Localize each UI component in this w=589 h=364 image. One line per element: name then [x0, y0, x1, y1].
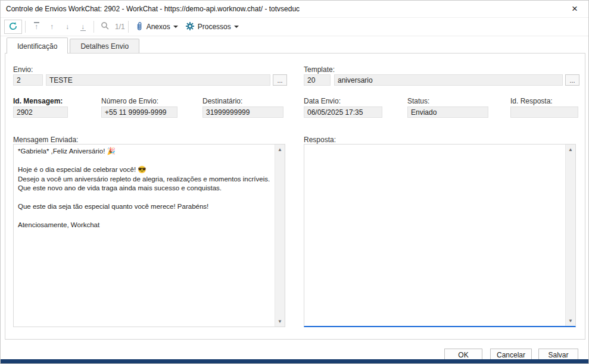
destinatario-field[interactable]: 31999999999 — [202, 106, 283, 118]
title-bar: Controle de Envios WorkChat: 2902 - Work… — [1, 1, 588, 17]
arrow-down-to-bar-icon: ↓ — [79, 22, 87, 32]
refresh-button[interactable] — [4, 20, 22, 34]
toolbar-separator — [25, 21, 26, 33]
envio-id-field[interactable]: 2 — [13, 74, 43, 86]
processos-label: Processos — [198, 23, 231, 31]
id-resposta-label: Id. Resposta: — [510, 97, 553, 105]
resposta-scrollbar[interactable]: ▲ ▼ — [565, 145, 575, 326]
template-browse-button[interactable]: ... — [565, 74, 579, 86]
tab-detalhes-envio[interactable]: Detalhes Envio — [70, 39, 139, 53]
bottom-accent-strip — [1, 359, 588, 363]
gear-icon — [185, 21, 195, 33]
go-last-button[interactable]: ↓ — [75, 20, 91, 34]
arrow-down-icon: ↓ — [64, 22, 71, 32]
chevron-down-icon — [234, 26, 239, 28]
numero-envio-label: Número de Envio: — [101, 97, 158, 105]
envio-browse-button[interactable]: ... — [273, 74, 287, 86]
page-indicator: 1/1 — [115, 23, 125, 31]
tab-identificacao[interactable]: Identificação — [7, 37, 68, 54]
go-first-button[interactable]: ↑ — [29, 20, 44, 34]
template-label: Template: — [304, 65, 335, 74]
tab-strip: Identificação Detalhes Envio — [7, 37, 141, 53]
numero-envio-field[interactable]: +55 11 99999-9999 — [101, 106, 177, 118]
destinatario-label: Destinatário: — [202, 97, 242, 105]
template-name-field[interactable]: aniversario — [334, 74, 563, 86]
mensagem-enviada-textarea[interactable]: *Gabriela* ,Feliz Aniversário! 🎉 Hoje é … — [13, 144, 285, 327]
magnifier-icon — [101, 21, 110, 32]
go-previous-button[interactable]: ↑ — [44, 20, 60, 34]
zoom-button[interactable] — [97, 20, 113, 34]
template-id-field[interactable]: 20 — [304, 74, 331, 86]
status-field[interactable]: Enviado — [407, 106, 488, 118]
status-label: Status: — [407, 97, 429, 105]
id-resposta-field[interactable] — [510, 106, 578, 118]
paperclip-icon — [135, 21, 144, 33]
arrow-up-icon: ↑ — [48, 22, 56, 32]
id-mensagem-field[interactable]: 2902 — [13, 106, 68, 118]
chevron-down-icon — [173, 26, 178, 28]
resposta-label: Resposta: — [304, 136, 336, 144]
close-icon[interactable]: × — [561, 1, 588, 17]
go-next-button[interactable]: ↓ — [60, 20, 75, 34]
data-envio-label: Data Envio: — [304, 97, 341, 105]
scroll-up-icon[interactable]: ▲ — [566, 145, 576, 155]
envio-label: Envio: — [13, 65, 33, 74]
identificacao-panel: Envio: 2 TESTE ... Template: 20 aniversa… — [5, 53, 585, 340]
scroll-down-icon[interactable]: ▼ — [275, 316, 285, 327]
mensagem-enviada-label: Mensagem Enviada: — [13, 136, 78, 144]
resposta-text — [304, 145, 565, 326]
processos-dropdown-button[interactable]: Processos — [182, 20, 242, 34]
id-mensagem-label: Id. Mensagem: — [13, 97, 63, 105]
envio-name-field[interactable]: TESTE — [46, 74, 270, 86]
anexos-label: Anexos — [147, 23, 170, 31]
scroll-down-icon[interactable]: ▼ — [566, 316, 576, 326]
mensagem-enviada-text: *Gabriela* ,Feliz Aniversário! 🎉 Hoje é … — [14, 145, 275, 327]
data-envio-field[interactable]: 06/05/2025 17:35 — [304, 106, 382, 118]
toolbar-separator — [128, 21, 129, 33]
resposta-textarea[interactable]: ▲ ▼ — [304, 144, 576, 327]
toolbar-separator — [94, 21, 94, 33]
scroll-up-icon[interactable]: ▲ — [275, 145, 285, 155]
workchat-dialog-window: { "window": { "title": "Controle de Envi… — [0, 0, 589, 364]
mensagem-scrollbar[interactable]: ▲ ▼ — [275, 145, 285, 327]
arrow-up-to-bar-icon: ↑ — [33, 22, 40, 32]
anexos-dropdown-button[interactable]: Anexos — [132, 20, 182, 34]
toolbar: ↑ ↑ ↓ ↓ 1/1 Anexos — [1, 17, 588, 36]
refresh-icon — [8, 21, 18, 33]
window-title: Controle de Envios WorkChat: 2902 - Work… — [6, 5, 300, 13]
